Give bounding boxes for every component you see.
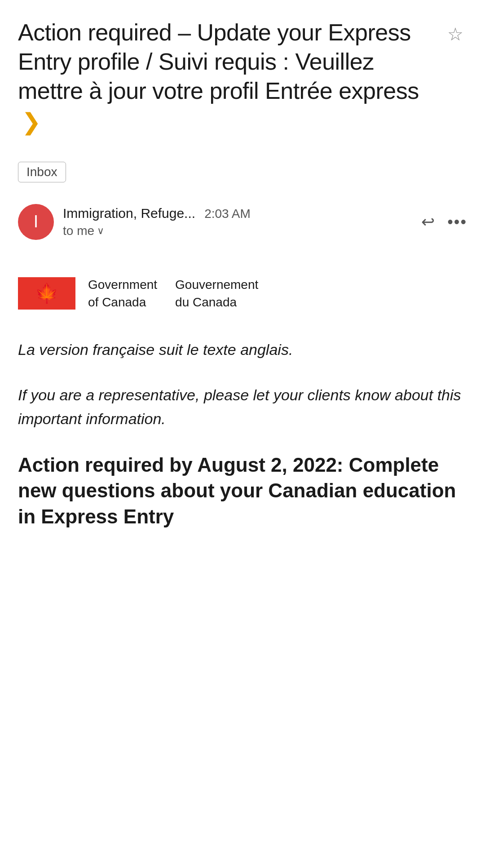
subject-section: Action required – Update your Express En… bbox=[18, 18, 467, 149]
sender-to-row[interactable]: to me ∨ bbox=[63, 224, 412, 238]
email-subject: Action required – Update your Express En… bbox=[18, 18, 444, 137]
chevron-down-icon: ∨ bbox=[97, 225, 104, 237]
gov-text-block: Government of Canada Gouvernement du Can… bbox=[88, 276, 258, 311]
gov-french-line1: Gouvernement bbox=[175, 276, 258, 293]
more-icon: ••• bbox=[447, 213, 467, 231]
to-label: to me bbox=[63, 224, 94, 238]
maple-leaf-icon: 🍁 bbox=[35, 284, 58, 303]
inbox-badge[interactable]: Inbox bbox=[18, 162, 66, 182]
avatar-letter: I bbox=[34, 212, 39, 231]
reply-icon: ↩ bbox=[421, 213, 435, 231]
flag-left-bar bbox=[18, 277, 31, 310]
gov-english-line1: Government bbox=[88, 276, 157, 293]
maple-leaf-container: 🍁 bbox=[31, 277, 63, 310]
french-note: La version française suit le texte angla… bbox=[18, 338, 467, 362]
sender-actions: ↩ ••• bbox=[421, 213, 467, 231]
action-heading: Action required by August 2, 2022: Compl… bbox=[18, 452, 467, 529]
flag-right-bar bbox=[63, 277, 75, 310]
representative-note: If you are a representative, please let … bbox=[18, 383, 467, 430]
gov-english-line2: of Canada bbox=[88, 293, 157, 311]
sender-row: I Immigration, Refuge... 2:03 AM to me ∨… bbox=[18, 204, 467, 240]
gov-french-text: Gouvernement du Canada bbox=[175, 276, 258, 311]
gov-french-line2: du Canada bbox=[175, 293, 258, 311]
email-time: 2:03 AM bbox=[204, 207, 251, 221]
more-options-button[interactable]: ••• bbox=[447, 213, 467, 231]
sender-info: Immigration, Refuge... 2:03 AM to me ∨ bbox=[63, 206, 412, 238]
badge-row: Inbox bbox=[18, 162, 467, 182]
star-icon: ☆ bbox=[447, 24, 463, 44]
subject-arrow-icon: ❯ bbox=[22, 107, 41, 137]
canada-flag-symbol: 🍁 bbox=[18, 277, 75, 310]
subject-text: Action required – Update your Express En… bbox=[18, 19, 419, 104]
sender-name-row: Immigration, Refuge... 2:03 AM bbox=[63, 206, 412, 221]
email-view: Action required – Update your Express En… bbox=[0, 0, 485, 556]
star-button[interactable]: ☆ bbox=[444, 22, 467, 47]
gov-english-text: Government of Canada bbox=[88, 276, 157, 311]
sender-avatar: I bbox=[18, 204, 54, 240]
email-body: 🍁 Government of Canada Gouvernement du C… bbox=[18, 267, 467, 529]
sender-name: Immigration, Refuge... bbox=[63, 206, 195, 221]
reply-button[interactable]: ↩ bbox=[421, 213, 435, 231]
gov-canada-logo: 🍁 Government of Canada Gouvernement du C… bbox=[18, 276, 467, 311]
